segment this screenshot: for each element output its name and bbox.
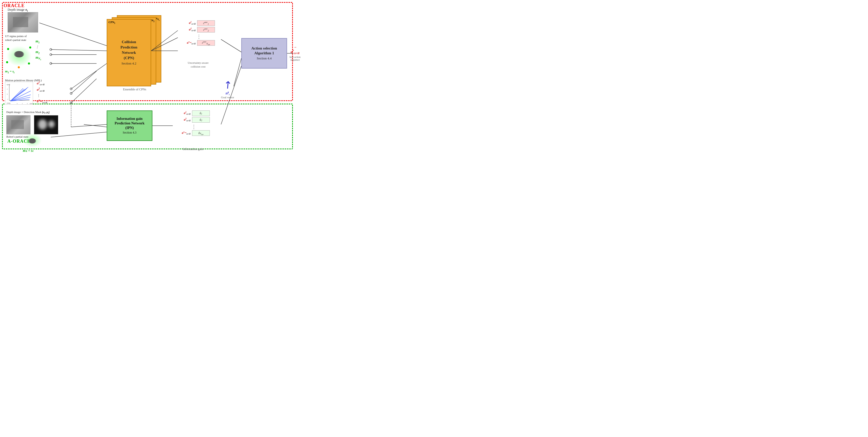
m1-st-label: m1 = st bbox=[5, 69, 33, 74]
sigma-m2: m2 bbox=[36, 50, 41, 55]
drone-image bbox=[5, 43, 33, 69]
mpl-action-1: a1t:t+H bbox=[37, 81, 47, 86]
goal-arrow: ↗ bbox=[220, 77, 235, 92]
sigma-vars: m1 ⋮ m2 mNΣ bbox=[36, 39, 41, 60]
gain-boxes: a1t:t+H ĝ1 a2t:t+H ĝ2 ⋮ aNMPt:t+H ĝNMP bbox=[173, 111, 215, 137]
best-action-arrow: → bbox=[293, 45, 297, 49]
goal-label: Goal vector bbox=[221, 96, 234, 99]
sigma-mN: mNΣ bbox=[36, 56, 41, 61]
mpl-section: Motion primitives library (MPL) z[m] y[m… bbox=[5, 79, 42, 104]
cpn-box: CPNNe CPN2 ⋯ CPN1 CollisionPredictionNet… bbox=[107, 15, 157, 89]
collision-row-1: a1t:t+H ĉuac1 bbox=[178, 20, 220, 26]
svg-text:x[m]: x[m] bbox=[29, 102, 33, 104]
svg-text:z[m]: z[m] bbox=[7, 84, 10, 86]
best-action-var: a*t:t+H bbox=[290, 49, 300, 55]
mpl-actions: a1t:t+H a2t:t+H ⋮ aNMPt:t+H bbox=[37, 81, 47, 104]
drone-bottom: m₁ = sₜ bbox=[23, 132, 43, 152]
depth-image-label: Depth image ot bbox=[8, 8, 38, 12]
sigma-m1: m1 bbox=[36, 39, 41, 44]
collision-dots: ⋮ bbox=[178, 33, 220, 40]
collision-action-N: aNMPt:t+H bbox=[178, 41, 195, 45]
action-sel-title: Action selection Algorithm 1 Section 4.4 bbox=[251, 46, 277, 61]
svg-text:2: 2 bbox=[7, 88, 8, 90]
mpl-dots: ⋮ bbox=[37, 93, 47, 98]
depth-img-bottom-dark bbox=[34, 115, 58, 134]
drone-dot-3 bbox=[6, 61, 8, 63]
mpl-action-N: aNMPt:t+H bbox=[37, 99, 47, 104]
gain-dots: ⋮ bbox=[173, 124, 215, 130]
goal-section: ↗ ngt Goal vector bbox=[221, 79, 234, 99]
cpn-title: CollisionPredictionNetwork(CPN) Section … bbox=[120, 39, 137, 66]
gain-label: Information gain bbox=[173, 147, 213, 151]
depth-image bbox=[8, 12, 38, 32]
cpn-label-1: CPN1 bbox=[108, 21, 115, 24]
collision-val-2: ĉuac2 bbox=[197, 27, 215, 32]
drone-bottom-body bbox=[28, 138, 36, 144]
drone-dot-center bbox=[18, 66, 20, 68]
collision-row-2: a2t:t+H ĉuac2 bbox=[178, 27, 220, 32]
collision-action-1: a1t:t+H bbox=[178, 21, 195, 25]
gain-val-1: ĝ1 bbox=[192, 111, 210, 116]
action-selection-box: Action selection Algorithm 1 Section 4.4 bbox=[241, 38, 287, 68]
depth-image-section: Depth image ot bbox=[8, 8, 38, 32]
cpn-main: CPN1 CollisionPredictionNetwork(CPN) Sec… bbox=[107, 19, 151, 86]
gain-action-1: a1t:t+H bbox=[173, 111, 190, 115]
drone-dot-1 bbox=[7, 48, 9, 50]
gain-row-N: aNMPt:t+H ĝNMP bbox=[173, 130, 215, 136]
collision-val-1: ĉuac1 bbox=[197, 20, 215, 26]
gain-row-2: a2t:t+H ĝ2 bbox=[173, 117, 215, 123]
sigma-dots: ⋮ bbox=[36, 45, 41, 49]
collision-row-N: aNMPt:t+H ĉuacNMP bbox=[178, 40, 220, 46]
depth-bottom-label: Depth image + Detection Mask [ot, μt] bbox=[6, 111, 60, 114]
mpl-action-2: a2t:t+H bbox=[37, 87, 47, 92]
collision-boxes: a1t:t+H ĉuac1 a2t:t+H ĉuac2 ⋮ aNMPt:t+H … bbox=[178, 20, 220, 47]
main-container: ORACLE A-ORACLE Depth image ot UT sigma … bbox=[0, 0, 305, 152]
collision-action-2: a2t:t+H bbox=[178, 27, 195, 32]
mpl-chart: z[m] y[m] x[m] 2 0 -2 -3 0 3 6 bbox=[5, 82, 33, 104]
m1-st-bottom: m₁ = sₜ bbox=[23, 149, 43, 152]
svg-text:6: 6 bbox=[27, 103, 28, 104]
sigma-section: UT sigma points of robot's partial state… bbox=[5, 34, 33, 74]
sigma-label: UT sigma points of robot's partial state bbox=[5, 34, 33, 42]
gain-action-2: a2t:t+H bbox=[173, 118, 190, 122]
collision-label: Uncertainty-aware collision cost bbox=[175, 61, 221, 69]
ipn-box: Information gainPrediction Network(IPN) … bbox=[107, 111, 152, 141]
gain-val-2: ĝ2 bbox=[192, 117, 210, 123]
drone-bottom-img bbox=[23, 133, 43, 149]
svg-text:0: 0 bbox=[17, 103, 18, 104]
drone-body bbox=[14, 51, 24, 57]
best-action-label: best actionsequence bbox=[289, 56, 301, 61]
drone-dot-2 bbox=[29, 46, 31, 49]
ipn-title: Information gainPrediction Network(IPN) … bbox=[115, 117, 145, 135]
collision-val-N: ĉuacNMP bbox=[197, 40, 215, 46]
svg-text:-3: -3 bbox=[9, 103, 10, 104]
mpl-svg: z[m] y[m] x[m] 2 0 -2 -3 0 3 6 bbox=[5, 82, 33, 104]
svg-text:-2: -2 bbox=[7, 98, 8, 100]
gain-row-1: a1t:t+H ĝ1 bbox=[173, 111, 215, 116]
depth-images-row bbox=[6, 115, 60, 134]
depth-image-inner bbox=[13, 17, 28, 27]
drone-dot-4 bbox=[28, 62, 30, 64]
ot-variable: ot bbox=[25, 8, 28, 11]
depth-img-bottom-gray bbox=[6, 115, 30, 134]
cpn-ensemble-label: Ensemble of CPNs bbox=[107, 88, 162, 91]
gain-val-N: ĝNMP bbox=[192, 130, 210, 136]
mpl-label: Motion primitives library (MPL) bbox=[5, 79, 42, 82]
best-action-section: → a*t:t+H best actionsequence bbox=[289, 45, 301, 61]
svg-text:0: 0 bbox=[7, 93, 8, 95]
gain-action-N: aNMPt:t+H bbox=[173, 131, 190, 135]
svg-text:3: 3 bbox=[22, 103, 23, 104]
